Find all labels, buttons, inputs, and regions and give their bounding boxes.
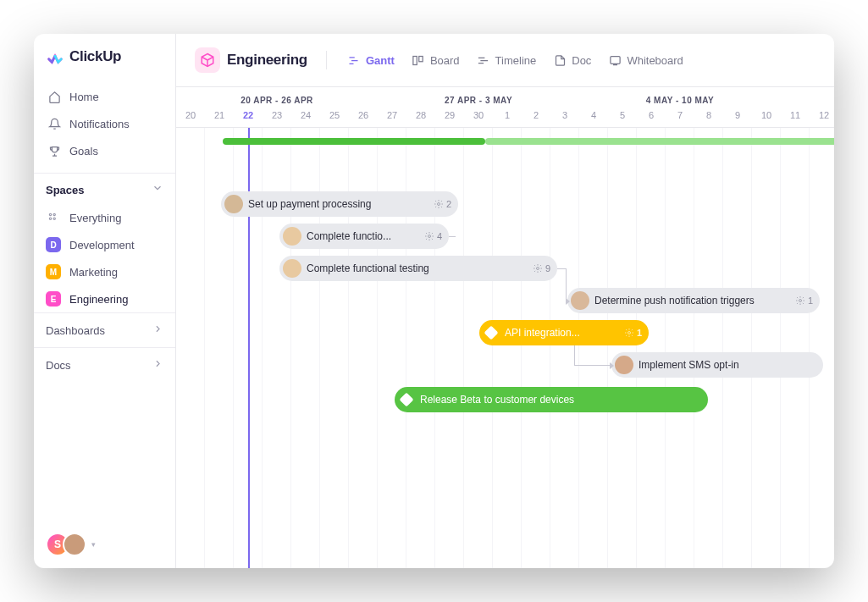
space-label: Development — [69, 239, 135, 251]
space-badge: E — [46, 291, 61, 307]
timeline-day[interactable]: 12 — [810, 108, 834, 127]
dependency-line — [566, 268, 567, 301]
timeline-day[interactable]: 9 — [723, 108, 752, 127]
task-count: 1 — [795, 295, 813, 306]
space-badge: D — [46, 237, 61, 252]
timeline-day[interactable]: 11 — [781, 108, 810, 127]
view-tab-doc[interactable]: Doc — [546, 50, 598, 70]
view-tab-board[interactable]: Board — [405, 50, 467, 70]
svg-rect-12 — [611, 56, 620, 64]
spaces-title: Spaces — [46, 184, 85, 196]
task-bar-milestone[interactable]: Release Beta to customer devices — [395, 387, 708, 412]
nav-home-label: Home — [69, 91, 99, 103]
app-logo[interactable]: ClickUp — [34, 34, 175, 78]
timeline-range: 20 APR - 26 APR — [176, 87, 378, 108]
timeline-day[interactable]: 6 — [637, 108, 666, 127]
svg-point-3 — [53, 218, 55, 219]
timeline-day[interactable]: 10 — [752, 108, 781, 127]
svg-point-14 — [428, 235, 430, 238]
timeline-day[interactable]: 4 — [579, 108, 608, 127]
timeline-day[interactable]: 5 — [608, 108, 637, 127]
timeline-range: 27 APR - 3 MAY — [378, 87, 579, 108]
task-title: Set up payment processing — [248, 198, 428, 210]
timeline-day[interactable]: 22 — [234, 108, 263, 127]
timeline-day[interactable]: 2 — [522, 108, 550, 127]
avatar-icon — [224, 195, 243, 213]
board-icon — [412, 53, 425, 67]
spaces-header[interactable]: Spaces — [34, 173, 175, 204]
nav-notifications[interactable]: Notifications — [41, 110, 169, 137]
workspace-chip[interactable]: Engineering — [190, 44, 312, 76]
svg-point-0 — [49, 213, 51, 215]
task-count: 4 — [424, 231, 442, 241]
bell-icon — [47, 117, 61, 130]
timeline-day[interactable]: 3 — [550, 108, 579, 127]
view-tab-label: Doc — [572, 54, 591, 67]
nav-goals-label: Goals — [69, 145, 98, 157]
space-item-engineering[interactable]: E Engineering — [34, 285, 175, 312]
timeline-icon — [477, 53, 490, 67]
whiteboard-icon — [608, 53, 622, 67]
trophy-icon — [47, 144, 61, 157]
timeline-day[interactable]: 23 — [263, 108, 291, 127]
nav-home[interactable]: Home — [41, 83, 169, 110]
task-count: 1 — [624, 328, 642, 338]
timeline-day[interactable]: 7 — [666, 108, 694, 127]
avatar-teammate — [63, 533, 86, 556]
progress-remaining — [485, 138, 834, 145]
task-title: Release Beta to customer devices — [420, 394, 701, 406]
dashboards-label: Dashboards — [46, 324, 105, 337]
svg-point-15 — [536, 268, 539, 270]
view-tab-label: Whiteboard — [627, 54, 683, 67]
task-bar[interactable]: Determine push notification triggers 1 — [567, 288, 820, 313]
view-tab-gantt[interactable]: Gantt — [340, 50, 401, 70]
user-switcher[interactable]: S ▾ — [34, 521, 175, 568]
view-tab-label: Gantt — [366, 54, 395, 67]
timeline-day[interactable]: 28 — [406, 108, 435, 127]
timeline-day[interactable]: 8 — [694, 108, 723, 127]
dependency-line — [449, 236, 456, 237]
space-label: Engineering — [69, 293, 128, 306]
avatar-icon — [571, 291, 589, 310]
nav-notifications-label: Notifications — [69, 118, 130, 130]
svg-point-1 — [53, 213, 55, 215]
timeline-day[interactable]: 27 — [378, 108, 406, 127]
task-bar-milestone[interactable]: API integration... 1 — [479, 320, 649, 345]
doc-icon — [553, 53, 567, 67]
timeline-day[interactable]: 30 — [464, 108, 493, 127]
task-bar[interactable]: Set up payment processing 2 — [221, 191, 458, 217]
view-tab-timeline[interactable]: Timeline — [470, 50, 544, 70]
task-count: 9 — [533, 263, 550, 273]
task-bar[interactable]: Complete functio... 4 — [279, 224, 449, 249]
dependency-line — [574, 365, 610, 366]
cube-icon — [195, 47, 220, 73]
svg-rect-8 — [419, 56, 423, 61]
nav-goals[interactable]: Goals — [41, 137, 169, 164]
space-item-development[interactable]: D Development — [34, 231, 175, 258]
space-everything[interactable]: Everything — [34, 204, 175, 231]
task-bar[interactable]: Complete functional testing 9 — [279, 256, 557, 281]
chevron-right-icon — [152, 323, 163, 337]
timeline-day[interactable]: 1 — [493, 108, 522, 127]
space-item-marketing[interactable]: M Marketing — [34, 258, 175, 285]
timeline-day[interactable]: 25 — [320, 108, 349, 127]
nav-docs[interactable]: Docs — [34, 347, 175, 382]
timeline-day[interactable]: 21 — [205, 108, 234, 127]
avatar-icon — [283, 259, 301, 278]
view-tab-whiteboard[interactable]: Whiteboard — [601, 50, 689, 70]
timeline-day[interactable]: 26 — [349, 108, 378, 127]
timeline-day[interactable]: 29 — [435, 108, 464, 127]
space-label: Marketing — [69, 266, 118, 279]
timeline-range: 4 MAY - 10 MAY — [579, 87, 781, 108]
task-title: Implement SMS opt-in — [639, 359, 816, 371]
nav-dashboards[interactable]: Dashboards — [34, 312, 175, 347]
chevron-right-icon — [152, 358, 163, 372]
timeline-day[interactable]: 24 — [291, 108, 320, 127]
docs-label: Docs — [46, 359, 71, 372]
task-title: API integration... — [505, 327, 619, 339]
space-everything-label: Everything — [69, 212, 121, 224]
timeline-day[interactable]: 20 — [176, 108, 205, 127]
task-bar[interactable]: Implement SMS opt-in — [611, 352, 823, 378]
svg-point-13 — [437, 203, 440, 206]
home-icon — [47, 90, 61, 103]
